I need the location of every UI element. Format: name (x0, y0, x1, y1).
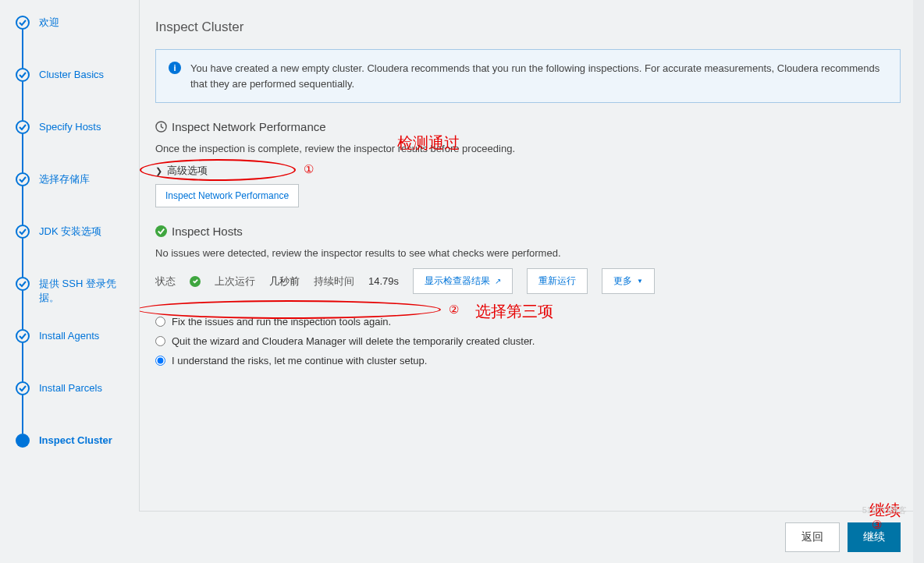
step-inspect-cluster[interactable]: Inspect Cluster (16, 434, 131, 448)
more-label: 更多 (613, 274, 632, 288)
advanced-options-label: 高级选项 (167, 164, 208, 178)
step-label: 欢迎 (39, 16, 59, 30)
chevron-right-icon: ❯ (155, 166, 162, 176)
radio-understand-label: I understand the risks, let me continue … (172, 355, 427, 366)
external-link-icon: ↗ (495, 277, 501, 285)
last-run-label: 上次运行 (215, 274, 255, 289)
step-welcome[interactable]: 欢迎 (16, 16, 131, 68)
step-label: Specify Hosts (39, 120, 101, 134)
check-icon (16, 225, 30, 239)
radio-fix[interactable]: Fix the issues and run the inspection to… (155, 316, 901, 328)
caret-down-icon: ▼ (637, 278, 643, 285)
step-label: JDK 安装选项 (39, 225, 101, 239)
svg-point-1 (155, 225, 167, 237)
hosts-section-header: Inspect Hosts (155, 225, 901, 238)
radio-fix-label: Fix the issues and run the inspection to… (172, 316, 391, 328)
info-text: You have created a new empty cluster. Cl… (190, 61, 887, 91)
status-row: 状态 上次运行 几秒前 持续时间 14.79s 显示检查器结果 ↗ 重新运行 更… (155, 268, 901, 294)
network-desc: Once the inspection is complete, review … (155, 143, 901, 154)
check-icon (16, 68, 30, 82)
check-icon (16, 172, 30, 186)
radio-quit[interactable]: Quit the wizard and Cloudera Manager wil… (155, 335, 901, 347)
step-ssh[interactable]: 提供 SSH 登录凭据。 (16, 277, 131, 329)
footer: 返回 继续 (139, 511, 924, 563)
step-label: Inspect Cluster (39, 434, 112, 448)
step-label: 选择存储库 (39, 172, 90, 186)
show-results-button[interactable]: 显示检查器结果 ↗ (413, 268, 513, 294)
step-cluster-basics[interactable]: Cluster Basics (16, 68, 131, 120)
step-label: Install Agents (39, 329, 99, 343)
step-label: 提供 SSH 登录凭据。 (39, 277, 131, 305)
radio-understand[interactable]: I understand the risks, let me continue … (155, 355, 901, 366)
check-circle-icon (155, 225, 167, 237)
main-content: Inspect Cluster i You have created a new… (139, 0, 924, 563)
check-icon (16, 120, 30, 134)
hosts-desc: No issues were detected, review the insp… (155, 247, 901, 259)
step-label: Install Parcels (39, 381, 102, 395)
network-section-header: Inspect Network Performance (155, 120, 901, 133)
advanced-options-toggle[interactable]: ❯ 高级选项 (155, 164, 901, 178)
action-radio-group: Fix the issues and run the inspection to… (155, 316, 901, 366)
duration-value: 14.79s (368, 275, 399, 287)
current-step-icon (16, 434, 30, 448)
radio-quit-label: Quit the wizard and Cloudera Manager wil… (172, 335, 535, 347)
check-icon (16, 16, 30, 30)
step-install-agents[interactable]: Install Agents (16, 329, 131, 381)
clock-icon (155, 121, 167, 133)
wizard-sidebar: 欢迎 Cluster Basics Specify Hosts 选择存储库 JD… (0, 0, 139, 563)
status-label: 状态 (155, 274, 176, 289)
hosts-heading: Inspect Hosts (172, 225, 243, 238)
step-specify-hosts[interactable]: Specify Hosts (16, 120, 131, 172)
step-select-repo[interactable]: 选择存储库 (16, 172, 131, 225)
status-ok-icon (190, 276, 201, 287)
check-icon (16, 277, 30, 291)
step-jdk[interactable]: JDK 安装选项 (16, 225, 131, 277)
radio-quit-input[interactable] (155, 336, 165, 346)
radio-understand-input[interactable] (155, 356, 165, 366)
rerun-button[interactable]: 重新运行 (527, 268, 588, 294)
more-button[interactable]: 更多 ▼ (602, 268, 655, 294)
annotation-num-2: ② (449, 303, 459, 317)
duration-label: 持续时间 (314, 274, 354, 289)
info-icon: i (169, 62, 181, 74)
network-heading: Inspect Network Performance (172, 120, 326, 133)
back-button[interactable]: 返回 (785, 522, 840, 552)
check-icon (16, 329, 30, 343)
show-results-label: 显示检查器结果 (425, 274, 490, 288)
step-install-parcels[interactable]: Install Parcels (16, 381, 131, 434)
info-banner: i You have created a new empty cluster. … (155, 49, 901, 103)
page-title: Inspect Cluster (155, 19, 901, 35)
check-icon (16, 381, 30, 395)
step-label: Cluster Basics (39, 68, 104, 82)
continue-button[interactable]: 继续 (848, 522, 901, 552)
scrollbar[interactable] (913, 0, 924, 563)
radio-fix-input[interactable] (155, 317, 165, 327)
inspect-network-button[interactable]: Inspect Network Performance (155, 184, 299, 207)
last-run-value: 几秒前 (269, 274, 300, 289)
